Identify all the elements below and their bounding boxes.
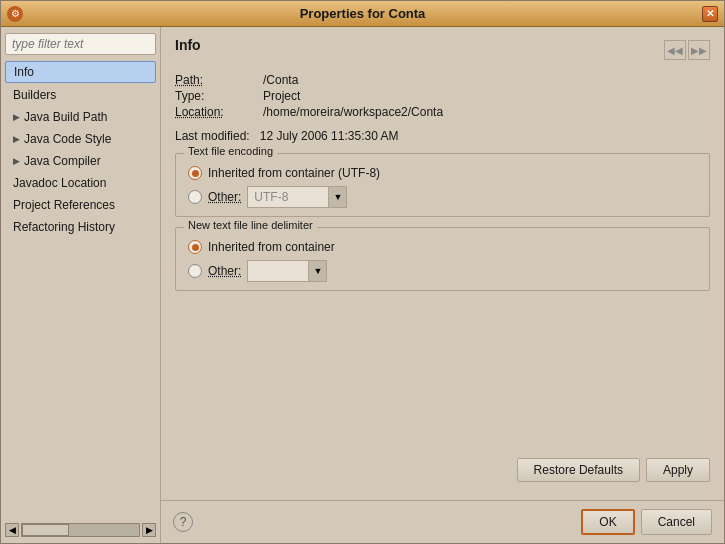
sidebar-item-label: Refactoring History [13,220,115,234]
delimiter-dropdown-arrow[interactable]: ▼ [308,261,326,281]
text-encoding-legend: Text file encoding [184,145,277,157]
title-bar: ⚙ Properties for Conta ✕ [1,1,724,27]
encoding-dropdown-group: ▼ [247,186,347,208]
main-panel: Info ◀ ◀ ▶ ▶ Path: /Co [161,27,724,500]
sidebar-item-label: Info [14,65,34,79]
back-arrow-icon2: ◀ [675,45,683,56]
path-value: /Conta [263,73,710,87]
sidebar-item-java-build-path[interactable]: ▶ Java Build Path [5,107,156,127]
restore-defaults-button[interactable]: Restore Defaults [517,458,640,482]
delimiter-dropdown-input[interactable] [248,262,308,280]
delimiter-option2-row: Other: ▼ [188,260,697,282]
window: ⚙ Properties for Conta ✕ Info Builders ▶… [0,0,725,544]
radio-dot [192,244,199,251]
delimiter-option1-label: Inherited from container [208,240,335,254]
last-modified-label: Last modified: [175,129,250,143]
location-value: /home/moreira/workspace2/Conta [263,105,710,119]
ok-button[interactable]: OK [581,509,634,535]
nav-buttons: ◀ ◀ ▶ ▶ [664,40,710,60]
text-encoding-section: Text file encoding Inherited from contai… [175,153,710,217]
app-icon: ⚙ [7,6,23,22]
sidebar-scrollbar: ◀ ▶ [5,517,156,537]
filter-input[interactable] [5,33,156,55]
forward-button[interactable]: ▶ ▶ [688,40,710,60]
sidebar-item-javadoc-location[interactable]: Javadoc Location [5,173,156,193]
scroll-right-button[interactable]: ▶ [142,523,156,537]
type-label: Type: [175,89,255,103]
window-title: Properties for Conta [300,6,426,21]
delimiter-option2-radio[interactable] [188,264,202,278]
encoding-option2-radio[interactable] [188,190,202,204]
delimiter-option1-radio[interactable] [188,240,202,254]
sidebar-item-label: Java Code Style [24,132,111,146]
expand-arrow-icon: ▶ [13,112,20,122]
sidebar-item-java-compiler[interactable]: ▶ Java Compiler [5,151,156,171]
cancel-button[interactable]: Cancel [641,509,712,535]
sidebar: Info Builders ▶ Java Build Path ▶ Java C… [1,27,161,543]
type-value: Project [263,89,710,103]
location-label: Location: [175,105,255,119]
sidebar-item-info[interactable]: Info [5,61,156,83]
back-button[interactable]: ◀ ◀ [664,40,686,60]
main-panel-wrapper: Info ◀ ◀ ▶ ▶ Path: /Co [161,27,724,543]
encoding-option1-row: Inherited from container (UTF-8) [188,166,697,180]
bottom-bar: ? OK Cancel [161,500,724,543]
line-delimiter-section: New text file line delimiter Inherited f… [175,227,710,291]
sidebar-item-label: Javadoc Location [13,176,106,190]
line-delimiter-legend: New text file line delimiter [184,219,317,231]
help-icon[interactable]: ? [173,512,193,532]
sidebar-item-refactoring-history[interactable]: Refactoring History [5,217,156,237]
sidebar-item-java-code-style[interactable]: ▶ Java Code Style [5,129,156,149]
last-modified-value: 12 July 2006 11:35:30 AM [260,129,399,143]
encoding-option2-label: Other: [208,190,241,204]
encoding-option2-row: Other: ▼ [188,186,697,208]
close-button[interactable]: ✕ [702,6,718,22]
sidebar-item-label: Builders [13,88,56,102]
forward-arrow-icon: ▶ [691,45,699,56]
last-modified-row: Last modified: 12 July 2006 11:35:30 AM [175,129,710,143]
content-area: Info Builders ▶ Java Build Path ▶ Java C… [1,27,724,543]
encoding-dropdown-arrow[interactable]: ▼ [328,187,346,207]
back-arrow-icon: ◀ [667,45,675,56]
panel-header: Info ◀ ◀ ▶ ▶ [175,37,710,63]
expand-arrow-icon: ▶ [13,134,20,144]
encoding-option1-radio[interactable] [188,166,202,180]
encoding-dropdown-input[interactable] [248,188,328,206]
sidebar-item-label: Java Compiler [24,154,101,168]
sidebar-item-builders[interactable]: Builders [5,85,156,105]
forward-arrow-icon2: ▶ [699,45,707,56]
expand-arrow-icon: ▶ [13,156,20,166]
delimiter-dropdown-group: ▼ [247,260,327,282]
sidebar-item-label: Java Build Path [24,110,107,124]
path-label: Path: [175,73,255,87]
sidebar-item-project-references[interactable]: Project References [5,195,156,215]
panel-title: Info [175,37,201,53]
action-row: Restore Defaults Apply [175,450,710,490]
apply-button[interactable]: Apply [646,458,710,482]
scroll-track[interactable] [21,523,140,537]
title-bar-left: ⚙ [7,6,23,22]
bottom-right-buttons: OK Cancel [581,509,712,535]
scroll-left-button[interactable]: ◀ [5,523,19,537]
radio-dot [192,170,199,177]
scroll-thumb [22,524,69,536]
sidebar-item-label: Project References [13,198,115,212]
encoding-option1-label: Inherited from container (UTF-8) [208,166,380,180]
info-grid: Path: /Conta Type: Project Location: /ho… [175,73,710,119]
delimiter-option1-row: Inherited from container [188,240,697,254]
delimiter-option2-label: Other: [208,264,241,278]
